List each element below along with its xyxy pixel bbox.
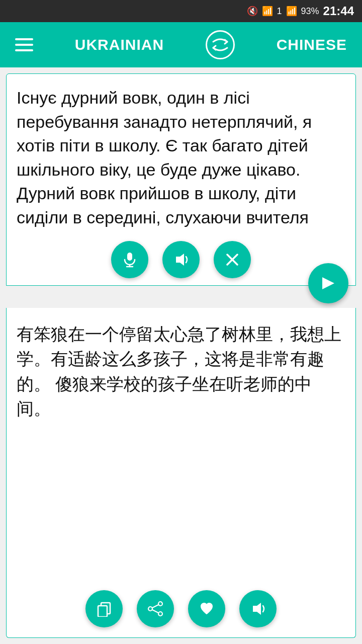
svg-rect-8 [98, 606, 107, 617]
signal-icon: 📶 [286, 6, 297, 17]
sim-icon: 1 [277, 6, 282, 17]
svg-line-12 [152, 605, 158, 608]
svg-marker-14 [253, 603, 261, 615]
battery-label: 93% [301, 6, 319, 17]
target-text[interactable]: 有笨狼在一个停留太心急了树林里，我想上学。有适龄这么多孩子，这将是非常有趣的。 … [7, 308, 355, 499]
target-controls [7, 590, 355, 627]
main-content: Існує дурний вовк, один в лісі перебуван… [0, 67, 362, 644]
favorite-button[interactable] [188, 590, 225, 627]
target-panel: 有笨狼在一个停留太心急了树林里，我想上学。有适龄这么多孩子，这将是非常有趣的。 … [6, 308, 356, 638]
hamburger-menu-button[interactable] [15, 38, 33, 51]
mute-icon: 🔇 [247, 6, 258, 17]
source-language-label[interactable]: UKRAINIAN [75, 36, 164, 53]
copy-button[interactable] [85, 590, 123, 627]
svg-point-11 [148, 607, 152, 611]
svg-line-13 [152, 610, 158, 613]
share-button[interactable] [137, 590, 174, 627]
target-language-label[interactable]: CHINESE [277, 36, 347, 53]
svg-marker-3 [176, 254, 184, 266]
swap-languages-button[interactable] [206, 30, 235, 59]
speak-translation-button[interactable] [239, 590, 277, 627]
svg-rect-0 [127, 253, 132, 261]
source-controls [7, 241, 355, 278]
translate-button[interactable] [308, 263, 348, 303]
microphone-button[interactable] [111, 241, 148, 278]
source-panel: Існує дурний вовк, один в лісі перебуван… [6, 73, 356, 286]
clear-button[interactable] [214, 241, 251, 278]
status-icons: 🔇 📶 1 📶 93% 21:44 [247, 4, 354, 18]
svg-point-10 [158, 612, 162, 616]
svg-point-9 [158, 602, 162, 606]
app-bar: UKRAINIAN CHINESE [0, 22, 362, 67]
status-bar: 🔇 📶 1 📶 93% 21:44 [0, 0, 362, 22]
svg-marker-6 [322, 277, 334, 289]
speak-source-button[interactable] [162, 241, 200, 278]
wifi-icon: 📶 [262, 6, 273, 17]
time-label: 21:44 [323, 4, 354, 18]
